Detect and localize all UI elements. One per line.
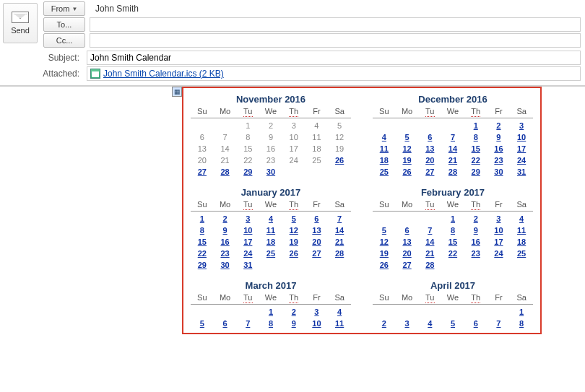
day-cell[interactable]: 28 — [441, 167, 464, 178]
day-cell[interactable]: 24 — [510, 155, 533, 167]
day-cell[interactable]: 8 — [191, 225, 214, 237]
day-cell[interactable]: 4 — [418, 318, 441, 330]
day-cell[interactable]: 12 — [396, 144, 419, 155]
day-cell[interactable]: 19 — [282, 237, 306, 248]
day-cell[interactable]: 21 — [418, 248, 441, 260]
day-cell[interactable]: 26 — [396, 167, 419, 178]
day-cell[interactable]: 30 — [214, 260, 237, 271]
day-cell[interactable]: 28 — [214, 167, 237, 178]
day-cell[interactable]: 21 — [328, 237, 351, 248]
day-cell[interactable]: 26 — [373, 260, 396, 271]
day-cell[interactable]: 28 — [418, 260, 441, 271]
day-cell[interactable]: 16 — [214, 237, 237, 248]
cc-input[interactable] — [90, 33, 581, 48]
day-cell[interactable]: 6 — [396, 225, 419, 237]
day-cell[interactable]: 3 — [396, 318, 419, 330]
day-cell[interactable]: 11 — [373, 144, 396, 155]
day-cell[interactable]: 27 — [306, 248, 329, 260]
day-cell[interactable]: 25 — [259, 248, 282, 260]
day-cell[interactable]: 10 — [510, 132, 533, 144]
day-cell[interactable]: 5 — [441, 318, 464, 330]
day-cell[interactable]: 4 — [373, 132, 396, 144]
day-cell[interactable]: 29 — [191, 260, 214, 271]
day-cell[interactable]: 15 — [441, 237, 464, 248]
day-cell[interactable]: 24 — [488, 248, 511, 260]
day-cell[interactable]: 2 — [464, 214, 488, 225]
day-cell[interactable]: 15 — [191, 237, 214, 248]
day-cell[interactable]: 11 — [259, 225, 282, 237]
day-cell[interactable]: 10 — [236, 225, 259, 237]
day-cell[interactable]: 7 — [441, 132, 464, 144]
day-cell[interactable]: 6 — [306, 214, 329, 225]
day-cell[interactable]: 2 — [488, 121, 511, 132]
day-cell[interactable]: 27 — [418, 167, 441, 178]
day-cell[interactable]: 11 — [328, 318, 351, 330]
day-cell[interactable]: 30 — [488, 167, 511, 178]
day-cell[interactable]: 12 — [282, 225, 306, 237]
day-cell[interactable]: 16 — [464, 237, 488, 248]
day-cell[interactable]: 29 — [236, 167, 259, 178]
day-cell[interactable]: 21 — [441, 155, 464, 167]
day-cell[interactable]: 22 — [464, 155, 488, 167]
day-cell[interactable]: 26 — [328, 155, 351, 167]
to-button[interactable]: To... — [43, 17, 85, 32]
day-cell[interactable]: 12 — [373, 237, 396, 248]
day-cell[interactable]: 22 — [191, 248, 214, 260]
day-cell[interactable]: 6 — [214, 318, 237, 330]
day-cell[interactable]: 7 — [236, 318, 259, 330]
day-cell[interactable]: 24 — [236, 248, 259, 260]
to-input[interactable] — [90, 17, 581, 32]
day-cell[interactable]: 23 — [214, 248, 237, 260]
day-cell[interactable]: 5 — [191, 318, 214, 330]
day-cell[interactable]: 19 — [373, 248, 396, 260]
day-cell[interactable]: 17 — [488, 237, 511, 248]
attachment-link[interactable]: John Smith Calendar.ics (2 KB) — [103, 69, 224, 79]
day-cell[interactable]: 3 — [236, 214, 259, 225]
day-cell[interactable]: 13 — [418, 144, 441, 155]
day-cell[interactable]: 22 — [441, 248, 464, 260]
day-cell[interactable]: 17 — [236, 237, 259, 248]
day-cell[interactable]: 18 — [373, 155, 396, 167]
send-button[interactable]: Send — [3, 3, 38, 43]
day-cell[interactable]: 10 — [488, 225, 511, 237]
day-cell[interactable]: 5 — [373, 225, 396, 237]
day-cell[interactable]: 17 — [510, 144, 533, 155]
day-cell[interactable]: 19 — [396, 155, 419, 167]
day-cell[interactable]: 1 — [510, 307, 533, 318]
day-cell[interactable]: 5 — [396, 132, 419, 144]
day-cell[interactable]: 11 — [510, 225, 533, 237]
day-cell[interactable]: 6 — [464, 318, 488, 330]
day-cell[interactable]: 13 — [396, 237, 419, 248]
day-cell[interactable]: 27 — [396, 260, 419, 271]
paste-options-handle[interactable]: ▦ — [172, 87, 182, 97]
day-cell[interactable]: 1 — [464, 121, 488, 132]
day-cell[interactable]: 23 — [464, 248, 488, 260]
day-cell[interactable]: 4 — [510, 214, 533, 225]
day-cell[interactable]: 25 — [510, 248, 533, 260]
day-cell[interactable]: 30 — [259, 167, 282, 178]
day-cell[interactable]: 31 — [236, 260, 259, 271]
day-cell[interactable]: 29 — [464, 167, 488, 178]
day-cell[interactable]: 25 — [373, 167, 396, 178]
day-cell[interactable]: 27 — [191, 167, 214, 178]
day-cell[interactable]: 7 — [328, 214, 351, 225]
day-cell[interactable]: 3 — [488, 214, 511, 225]
day-cell[interactable]: 9 — [464, 225, 488, 237]
day-cell[interactable]: 1 — [191, 214, 214, 225]
day-cell[interactable]: 1 — [259, 307, 282, 318]
day-cell[interactable]: 20 — [306, 237, 329, 248]
day-cell[interactable]: 13 — [306, 225, 329, 237]
day-cell[interactable]: 20 — [396, 248, 419, 260]
day-cell[interactable]: 1 — [441, 214, 464, 225]
day-cell[interactable]: 23 — [488, 155, 511, 167]
day-cell[interactable]: 16 — [488, 144, 511, 155]
day-cell[interactable]: 14 — [418, 237, 441, 248]
day-cell[interactable]: 2 — [373, 318, 396, 330]
day-cell[interactable]: 3 — [510, 121, 533, 132]
day-cell[interactable]: 9 — [488, 132, 511, 144]
subject-input[interactable] — [87, 51, 581, 65]
message-body[interactable]: ▦ November 2016SuMoTuWeThFrSa12345678910… — [0, 86, 585, 375]
day-cell[interactable]: 4 — [328, 307, 351, 318]
day-cell[interactable]: 3 — [306, 307, 329, 318]
day-cell[interactable]: 28 — [328, 248, 351, 260]
